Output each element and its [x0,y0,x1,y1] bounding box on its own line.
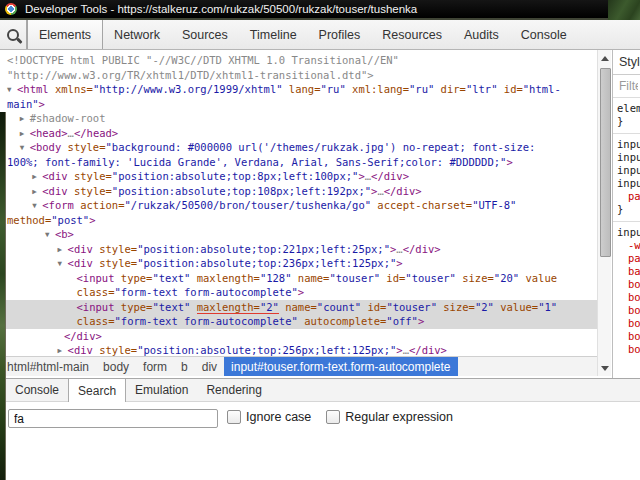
expand-arrow-icon[interactable]: ▶ [20,127,30,142]
css-selector[interactable]: inpu [617,151,640,164]
dom-tree-node[interactable]: ▶<div style="position:absolute;top:108px… [0,184,597,199]
expand-arrow-icon[interactable]: ▶ [58,344,68,356]
title-bar[interactable]: Developer Tools - https://stalkeruz.com/… [0,0,608,18]
css-property-name[interactable]: bo [617,317,640,330]
scrollbar-thumb[interactable] [600,68,611,257]
drawer-tab-rendering[interactable]: Rendering [197,379,270,401]
checkbox-icon[interactable] [326,410,340,424]
tab-resources[interactable]: Resources [371,20,453,49]
dom-tree-node[interactable]: ▼<div style="position:absolute;top:236px… [0,256,597,271]
dom-tree-node[interactable]: ▶<div style="position:absolute;top:8px;l… [0,169,597,184]
tab-styles[interactable]: Styles [613,50,640,75]
dom-tree-node[interactable]: </div> [0,329,597,344]
breadcrumb-item[interactable]: html#html-main [0,357,96,376]
css-selector[interactable]: inpu [617,164,640,177]
drawer-tab-emulation[interactable]: Emulation [126,379,197,401]
collapse-arrow-icon[interactable]: ▼ [32,199,42,214]
search-input[interactable] [8,409,218,428]
css-property-name[interactable]: bo [617,330,640,343]
drawer-tab-console[interactable]: Console [6,379,68,401]
code-token: value= [494,301,538,313]
expand-arrow-icon[interactable]: ▶ [32,170,42,185]
breadcrumb-item[interactable]: form [136,357,174,376]
code-token: "html- [523,83,561,95]
dom-tree-node[interactable]: ▼<body style="background: #000000 url('/… [0,140,597,155]
dom-tree-node[interactable]: 100%; font-family: 'Lucida Grande', Verd… [0,155,597,170]
css-selector[interactable]: inpu [617,226,640,239]
css-property-name[interactable]: bo [617,278,640,291]
code-token: #shadow-root [30,112,106,124]
dom-tree-node[interactable]: class="form-text form-autocomplete"> [0,285,597,300]
drawer-tab-search[interactable]: Search [68,379,126,402]
ignore-case-checkbox[interactable]: Ignore case [227,410,311,424]
expand-arrow-icon[interactable]: ▶ [58,243,68,258]
code-token: style= [93,257,137,269]
dom-tree-node[interactable]: ▼<b> [0,227,597,242]
breadcrumb-item[interactable]: b [174,357,195,376]
dom-tree-panel[interactable]: <!DOCTYPE html PUBLIC "-//W3C//DTD XHTML… [0,50,597,356]
css-selector[interactable]: } [617,115,640,128]
scroll-down-button[interactable] [598,360,612,376]
code-token: > [298,286,304,298]
tab-audits[interactable]: Audits [453,20,510,49]
expand-arrow-icon[interactable]: ▶ [20,112,30,127]
tab-sources[interactable]: Sources [171,20,239,49]
styles-filter-input[interactable] [613,78,640,94]
code-token: "position:absolute;top:256px;left:125px;… [137,344,396,356]
css-selector[interactable]: elem [617,102,640,115]
css-property-name[interactable]: bo [617,291,640,304]
code-token: "text" [152,301,190,313]
code-token: <body [30,141,62,153]
dom-tree-node[interactable]: ▼<html xmlns="http://www.w3.org/1999/xht… [0,82,597,97]
css-selector[interactable]: inpu [617,138,640,151]
css-property-name[interactable]: bo [617,304,640,317]
vertical-scrollbar[interactable] [597,50,611,376]
scroll-up-button[interactable] [598,50,612,66]
code-token: dir= [434,83,466,95]
collapse-arrow-icon[interactable]: ▼ [58,257,68,272]
css-property-name[interactable]: pa [617,190,640,203]
css-property-name[interactable]: -w [617,239,640,252]
dom-tree-node[interactable]: "http://www.w3.org/TR/xhtml1/DTD/xhtml1-… [0,68,597,83]
dom-tree-node[interactable]: ▶<div style="position:absolute;top:221px… [0,242,597,257]
dom-tree-node[interactable]: method="post"> [0,213,597,228]
tab-elements[interactable]: Elements [27,20,103,49]
tab-network[interactable]: Network [103,20,171,49]
dom-tree-node[interactable]: <input type="text" maxlength="2" name="c… [0,300,597,315]
css-property-name[interactable]: bo [617,343,640,356]
code-token: class= [77,286,115,298]
checkbox-icon[interactable] [227,410,241,424]
breadcrumb-item-selected[interactable]: input#touser.form-text.form-autocomplete [224,357,457,376]
css-selector[interactable]: inpu [617,177,640,190]
breadcrumb-item[interactable]: div [195,357,224,376]
chrome-logo-icon [5,3,17,15]
breadcrumb-item[interactable]: body [96,357,136,376]
regular-expression-checkbox[interactable]: Regular expression [326,410,453,424]
code-token: method= [7,214,51,226]
tab-console[interactable]: Console [510,20,578,49]
css-property-name[interactable]: pa [617,252,640,265]
css-selector[interactable]: } [617,203,640,216]
code-token: </div> [64,330,102,342]
expand-arrow-icon[interactable]: ▶ [32,185,42,200]
collapse-arrow-icon[interactable]: ▼ [20,141,30,156]
dom-tree-node[interactable]: ▼<form action="/rukzak/50500/bron/touser… [0,198,597,213]
collapse-arrow-icon[interactable]: ▼ [7,83,17,98]
dom-tree-node[interactable]: ▶<div style="position:absolute;top:256px… [0,343,597,356]
dom-tree-node[interactable]: main"> [0,97,597,112]
dom-tree-node[interactable]: ▶#shadow-root [0,111,597,126]
code-token: id= [498,83,523,95]
collapse-arrow-icon[interactable]: ▼ [45,228,55,243]
inspect-element-button[interactable] [0,20,27,49]
code-token: <div [42,170,67,182]
tab-profiles[interactable]: Profiles [308,20,372,49]
code-token: <div [68,344,93,356]
code-token: </div> [403,243,441,255]
css-property-name[interactable]: ba [617,265,640,278]
dom-tree-node[interactable]: <input type="text" maxlength="128" name=… [0,271,597,286]
dom-tree-node[interactable]: ▶<head>…</head> [0,126,597,141]
tab-timeline[interactable]: Timeline [239,20,308,49]
code-token: id= [361,301,386,313]
dom-tree-node[interactable]: <!DOCTYPE html PUBLIC "-//W3C//DTD XHTML… [0,53,597,68]
dom-tree-node[interactable]: class="form-text form-autocomplete" auto… [0,314,597,329]
